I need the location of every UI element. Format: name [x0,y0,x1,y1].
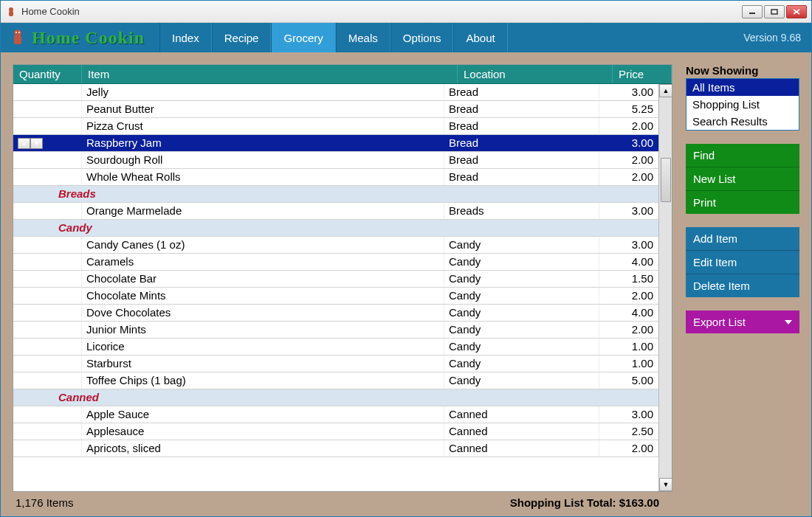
menubar: Home Cookin IndexRecipeGroceryMealsOptio… [1,23,811,52]
table-row[interactable]: ApplesauceCanned2.50 [13,423,658,440]
filter-shopping-list[interactable]: Shopping List [687,96,799,113]
version-label: Version 9.68 [743,23,811,52]
table-row[interactable]: CaramelsCandy4.00 [13,254,658,271]
item-name: Candy Canes (1 oz) [82,237,444,253]
app-window: Home Cookin Home Cookin IndexRecipeGroce… [0,0,812,517]
filter-list: All ItemsShopping ListSearch Results [686,78,799,131]
item-location: Bread [444,169,599,185]
shopping-total: Shopping List Total: $163.00 [510,496,659,509]
chevron-down-icon [785,320,792,325]
item-price: 2.00 [599,169,658,185]
scroll-thumb[interactable] [661,158,671,202]
scrollbar[interactable]: ▲ ▼ [658,84,672,491]
item-price: 1.50 [599,271,658,287]
col-price[interactable]: Price [613,65,672,83]
edit-item-button[interactable]: Edit Item [686,251,799,274]
item-location: Candy [444,271,599,287]
item-location: Bread [444,118,599,134]
item-name: Apricots, sliced [82,440,444,457]
print-button[interactable]: Print [686,191,799,214]
find-button[interactable]: Find [686,144,799,167]
new-list-button[interactable]: New List [686,167,799,191]
item-location: Canned [444,406,599,423]
item-name: Chocolate Mints [82,288,444,304]
menu-meals[interactable]: Meals [336,23,390,52]
col-quantity[interactable]: Quantity [13,65,82,83]
qty-up-icon[interactable]: ▲ [18,138,30,149]
table-row[interactable]: Whole Wheat RollsBread2.00 [13,169,658,186]
item-name: Caramels [82,254,444,270]
item-name: Whole Wheat Rolls [82,169,444,185]
table-row[interactable]: Sourdough RollBread2.00 [13,152,658,169]
minimize-button[interactable] [742,5,763,18]
close-button[interactable] [786,5,807,18]
table-row[interactable]: ▲▼Raspberry JamBread3.00 [13,135,658,152]
item-name: Orange Marmelade [82,203,444,219]
menu-about[interactable]: About [453,23,507,52]
item-price: 1.00 [599,355,658,372]
delete-item-button[interactable]: Delete Item [686,274,799,297]
menu-items: IndexRecipeGroceryMealsOptionsAbout [159,23,508,52]
item-location: Bread [444,135,599,151]
item-location: Candy [444,237,599,253]
action-buttons-purple: Export List [686,310,799,333]
table-row[interactable]: StarburstCandy1.00 [13,355,658,372]
col-location[interactable]: Location [458,65,613,83]
svg-point-7 [18,32,20,33]
section-header: Candy [13,220,658,237]
menu-grocery[interactable]: Grocery [271,23,335,52]
content-area: Quantity Item Location Price JellyBread3… [1,52,811,516]
scroll-up-icon[interactable]: ▲ [659,84,672,97]
action-buttons-blue: Add ItemEdit ItemDelete Item [686,227,799,297]
item-name: Licorice [82,339,444,355]
logo-area: Home Cookin [1,23,154,52]
app-icon [5,6,17,18]
table-row[interactable]: Candy Canes (1 oz)Candy3.00 [13,237,658,254]
col-item[interactable]: Item [82,65,458,83]
table-row[interactable]: Apricots, slicedCanned2.00 [13,440,658,457]
item-name: Jelly [82,84,444,100]
item-price: 5.25 [599,101,658,117]
table-row[interactable]: Orange MarmeladeBreads3.00 [13,203,658,220]
item-name: Toffee Chips (1 bag) [82,372,444,389]
table-row[interactable]: JellyBread3.00 [13,84,658,101]
item-name: Pizza Crust [82,118,444,134]
window-controls [742,5,807,18]
table-panel: Quantity Item Location Price JellyBread3… [13,64,672,509]
item-location: Candy [444,254,599,270]
filter-search-results[interactable]: Search Results [687,113,799,130]
add-item-button[interactable]: Add Item [686,227,799,251]
qty-down-icon[interactable]: ▼ [30,138,43,149]
scroll-down-icon[interactable]: ▼ [659,478,672,491]
item-name: Applesauce [82,423,444,440]
item-location: Bread [444,101,599,117]
section-label: Breads [54,186,658,202]
filter-title: Now Showing [686,64,799,77]
titlebar-title: Home Cookin [21,6,742,17]
export-list-button[interactable]: Export List [686,310,799,333]
table-row[interactable]: Junior MintsCandy2.00 [13,322,658,339]
filter-all-items[interactable]: All Items [687,79,799,96]
menu-index[interactable]: Index [159,23,212,52]
item-location: Canned [444,423,599,440]
table-row[interactable]: Dove ChocolatesCandy4.00 [13,305,658,322]
table-row[interactable]: Chocolate BarCandy1.50 [13,271,658,288]
item-name: Peanut Butter [82,101,444,117]
menu-options[interactable]: Options [390,23,454,52]
table-row[interactable]: Toffee Chips (1 bag)Candy5.00 [13,372,658,389]
table-row[interactable]: LicoriceCandy1.00 [13,339,658,355]
item-price: 3.00 [599,406,658,423]
item-price: 3.00 [599,237,658,253]
table-row[interactable]: Pizza CrustBread2.00 [13,118,658,135]
status-bar: 1,176 Items Shopping List Total: $163.00 [13,492,672,509]
table-row[interactable]: Chocolate MintsCandy2.00 [13,288,658,305]
menu-recipe[interactable]: Recipe [212,23,272,52]
item-price: 5.00 [599,372,658,389]
table-row[interactable]: Peanut ButterBread5.25 [13,101,658,118]
table-row[interactable]: Apple SauceCanned3.00 [13,406,658,423]
svg-rect-3 [771,10,777,14]
maximize-button[interactable] [764,5,785,18]
item-location: Bread [444,152,599,168]
item-location: Canned [444,440,599,457]
section-label: Canned [54,389,658,406]
